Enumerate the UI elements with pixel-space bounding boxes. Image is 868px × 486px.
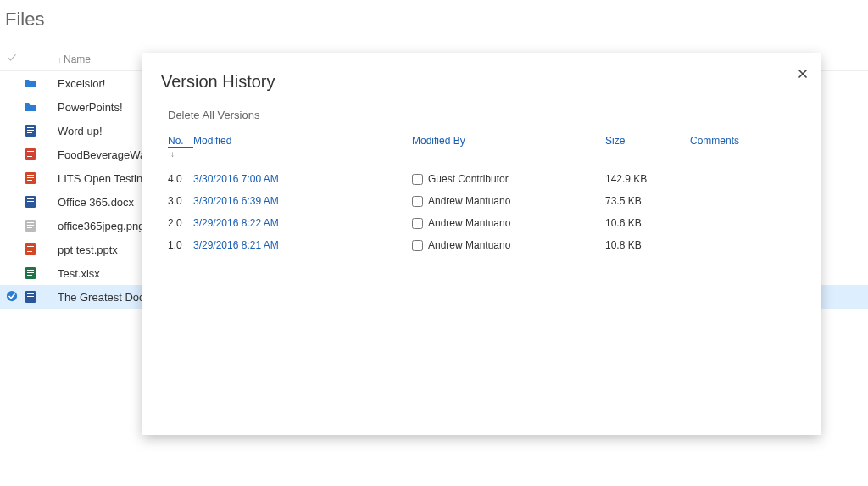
version-history-dialog: Version History Delete All Versions No.↓… <box>142 53 821 435</box>
dialog-title: Version History <box>142 53 821 92</box>
version-date-link[interactable]: 3/30/2016 6:39 AM <box>193 195 412 207</box>
version-number: 2.0 <box>168 217 193 229</box>
version-size: 10.6 KB <box>605 217 690 229</box>
version-modified-by: Andrew Mantuano <box>412 239 605 251</box>
png-icon <box>24 219 58 233</box>
header-no[interactable]: No.↓ <box>168 135 193 159</box>
svg-rect-36 <box>27 275 32 276</box>
svg-rect-6 <box>27 132 32 133</box>
checked-icon <box>6 290 18 302</box>
user-checkbox[interactable] <box>412 196 423 207</box>
svg-rect-26 <box>27 227 32 228</box>
svg-rect-21 <box>27 204 32 204</box>
excel-icon <box>24 266 58 281</box>
version-row: 2.03/29/2016 8:22 AMAndrew Mantuano10.6 … <box>168 212 795 234</box>
version-number: 4.0 <box>168 173 193 185</box>
header-modified-by[interactable]: Modified By <box>412 135 605 159</box>
version-modified-by: Andrew Mantuano <box>412 195 605 207</box>
delete-all-versions-link[interactable]: Delete All Versions <box>168 109 795 121</box>
version-date-link[interactable]: 3/29/2016 8:22 AM <box>193 217 412 229</box>
sort-desc-icon: ↓ <box>170 149 175 159</box>
user-checkbox[interactable] <box>412 218 423 229</box>
version-row: 1.03/29/2016 8:21 AMAndrew Mantuano10.8 … <box>168 234 795 256</box>
svg-rect-39 <box>27 293 34 294</box>
version-number: 1.0 <box>168 239 193 251</box>
header-comments[interactable]: Comments <box>690 135 775 159</box>
svg-rect-4 <box>27 127 34 128</box>
user-checkbox[interactable] <box>412 240 423 251</box>
version-row: 3.03/30/2016 6:39 AMAndrew Mantuano73.5 … <box>168 190 795 212</box>
check-icon <box>7 53 17 63</box>
ppt-icon <box>24 243 58 257</box>
svg-rect-41 <box>27 299 32 299</box>
version-modified-by: Andrew Mantuano <box>412 217 605 229</box>
word-icon <box>24 124 58 138</box>
svg-rect-10 <box>27 154 34 154</box>
svg-rect-14 <box>27 175 34 176</box>
folder-icon <box>24 76 58 91</box>
svg-rect-31 <box>27 251 32 252</box>
version-date-link[interactable]: 3/29/2016 8:21 AM <box>193 239 412 251</box>
version-date-link[interactable]: 3/30/2016 7:00 AM <box>193 173 412 185</box>
version-size: 10.8 KB <box>605 239 690 251</box>
svg-rect-16 <box>27 180 32 181</box>
folder-icon <box>24 100 58 115</box>
svg-rect-24 <box>27 222 34 223</box>
user-checkbox[interactable] <box>412 174 423 185</box>
svg-rect-19 <box>27 198 34 199</box>
close-button[interactable] <box>795 67 810 82</box>
version-number: 3.0 <box>168 195 193 207</box>
svg-rect-40 <box>27 296 34 297</box>
page-title: Files <box>0 0 868 31</box>
svg-point-37 <box>7 290 17 300</box>
svg-rect-11 <box>27 156 32 157</box>
svg-rect-25 <box>27 225 34 226</box>
header-size[interactable]: Size <box>605 135 690 159</box>
word-icon <box>24 195 58 209</box>
word-icon <box>24 290 58 304</box>
svg-rect-34 <box>27 270 34 271</box>
sort-asc-icon: ↑ <box>58 55 62 64</box>
pdf-icon <box>24 148 58 162</box>
svg-rect-20 <box>27 201 34 202</box>
version-size: 73.5 KB <box>605 195 690 207</box>
header-modified[interactable]: Modified <box>193 135 412 159</box>
svg-rect-5 <box>27 130 34 131</box>
svg-rect-15 <box>27 177 34 178</box>
select-all-check[interactable] <box>0 53 24 65</box>
svg-rect-9 <box>27 151 34 152</box>
version-row: 4.03/30/2016 7:00 AMGuest Contributor142… <box>168 168 795 190</box>
svg-rect-30 <box>27 249 34 249</box>
version-table-header: No.↓ Modified Modified By Size Comments <box>168 135 795 159</box>
svg-rect-29 <box>27 246 34 247</box>
ppt-icon <box>24 171 58 186</box>
svg-rect-35 <box>27 272 34 273</box>
row-select[interactable] <box>0 290 24 304</box>
close-icon <box>798 69 808 79</box>
version-size: 142.9 KB <box>605 173 690 185</box>
version-modified-by: Guest Contributor <box>412 173 605 185</box>
